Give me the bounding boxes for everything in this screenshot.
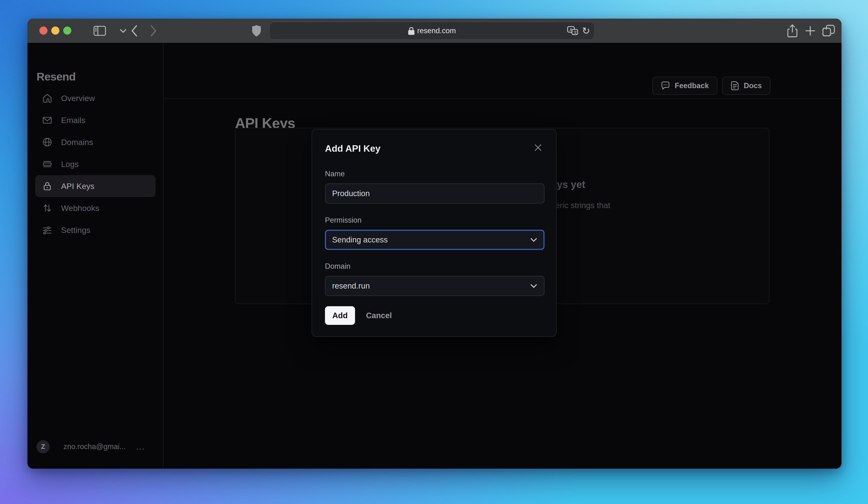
tab-overview-icon[interactable] [819,19,838,43]
sidebar-item-overview[interactable]: Overview [35,87,156,109]
sidebar-item-label: Settings [61,225,91,235]
sidebar-item-label: Overview [61,94,95,103]
feedback-label: Feedback [675,81,709,90]
sidebar-item-label: Domains [61,138,93,147]
add-button[interactable]: Add [325,306,355,325]
sidebar-item-label: Emails [61,115,85,125]
globe-icon [42,137,52,147]
docs-button[interactable]: Docs [722,77,771,95]
svg-text:文: 文 [574,30,577,34]
forward-button[interactable] [144,19,163,43]
chevron-down-icon [530,238,537,242]
zoom-window-button[interactable] [63,27,71,34]
feedback-button[interactable]: Feedback [652,77,717,95]
user-email: zno.rocha@gmai... [63,442,126,451]
domain-select[interactable]: resend.run [325,276,545,296]
document-icon [731,81,739,90]
address-bar[interactable]: resend.com A 文 ↻ [269,22,595,40]
lock-icon [408,27,414,35]
back-button[interactable] [125,19,144,43]
rows-icon [42,159,52,169]
home-icon [42,93,52,103]
permission-select[interactable]: Sending access [325,230,545,250]
app-page: Resend Overview Emails Domains Logs [28,43,841,468]
share-icon[interactable] [784,19,801,43]
resend-logo: Resend [37,70,76,83]
sidebar-item-settings[interactable]: Settings [35,219,156,241]
translate-icon[interactable]: A 文 [567,26,578,36]
reload-icon[interactable]: ↻ [582,26,590,36]
sidebar-item-logs[interactable]: Logs [35,153,156,175]
permission-label: Permission [325,216,361,224]
privacy-shield-icon[interactable] [248,19,265,43]
envelope-icon [42,115,52,125]
user-menu[interactable]: Z zno.rocha@gmai... ... [37,440,156,454]
chat-bubble-icon [661,81,670,90]
sidebar-item-domains[interactable]: Domains [35,131,156,153]
arrows-up-down-icon [42,203,52,213]
sidebar: Resend Overview Emails Domains Logs [28,43,163,468]
page-header: Feedback Docs [164,43,841,99]
sidebar-toggle-icon[interactable] [91,19,108,43]
sidebar-item-emails[interactable]: Emails [35,109,156,131]
docs-label: Docs [744,81,762,90]
browser-toolbar: resend.com A 文 ↻ [28,19,841,43]
add-api-key-modal: Add API Key Name Permission Sending acce… [312,129,557,337]
name-label: Name [325,170,345,178]
close-window-button[interactable] [39,27,48,34]
sidebar-item-api-keys[interactable]: API Keys [35,175,156,197]
sidebar-item-label: Logs [61,160,79,169]
ellipsis-icon[interactable]: ... [136,442,145,452]
domain-label: Domain [325,262,351,271]
minimize-window-button[interactable] [51,27,59,34]
close-icon[interactable] [532,142,544,153]
sidebar-item-label: API Keys [61,182,94,191]
browser-window: resend.com A 文 ↻ [28,19,841,468]
new-tab-icon[interactable] [802,19,819,43]
chevron-down-icon [530,283,537,288]
lock-icon [42,181,52,191]
domain-select-value: resend.run [332,281,370,291]
name-input[interactable] [325,183,545,203]
avatar: Z [37,440,50,453]
sliders-icon [42,225,52,235]
permission-select-value: Sending access [332,235,388,244]
cancel-button[interactable]: Cancel [366,306,392,325]
modal-title: Add API Key [325,143,381,154]
sidebar-item-webhooks[interactable]: Webhooks [35,197,156,219]
sidebar-item-label: Webhooks [61,203,99,213]
sidebar-nav: Overview Emails Domains Logs API Keys [35,87,156,241]
url-text: resend.com [417,27,456,35]
